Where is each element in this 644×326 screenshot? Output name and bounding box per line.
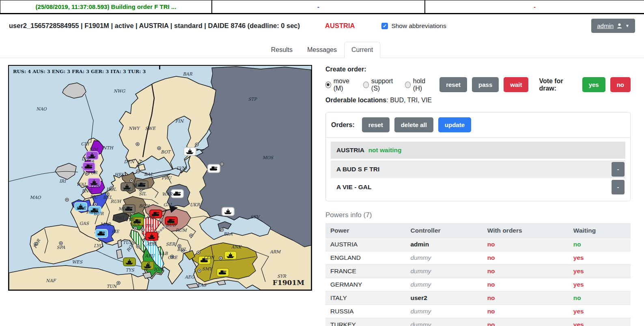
radio-move[interactable]: move (M) — [325, 78, 356, 92]
map-label-ven: VEN — [130, 222, 140, 227]
show-abbreviations-checkbox[interactable]: ✓ — [381, 23, 388, 29]
map-label-lyo: LYO — [94, 243, 103, 248]
game-info: user2_1565728584955 | F1901M | active | … — [9, 22, 300, 30]
unit-army-lvp[interactable] — [83, 162, 95, 171]
tab-current[interactable]: Current — [344, 42, 380, 58]
map-label-spa: SPA — [57, 245, 65, 250]
user-menu-button[interactable]: admin ▼ — [591, 19, 635, 33]
unit-fleet-stp[interactable] — [184, 147, 196, 155]
map-label-eas: EAS — [197, 283, 207, 287]
map-label-mun: MUN — [118, 206, 131, 211]
map-label-wes: WES — [72, 259, 82, 264]
user-menu-username: admin — [597, 22, 614, 29]
waiting: yes — [569, 265, 631, 278]
map-label-bal: BAL — [144, 172, 153, 177]
table-row: RUSSIAdummynoyes — [325, 305, 631, 318]
with-orders: no — [482, 265, 569, 278]
map-label-tri: TRI — [145, 223, 153, 228]
unit-army-mos[interactable] — [208, 164, 220, 173]
map-label-yor: YOR — [88, 170, 98, 175]
power-name: ITALY — [325, 291, 405, 305]
unit-army-smy[interactable] — [217, 268, 229, 276]
map-label-naf: NAF — [46, 278, 56, 283]
orderable-locations-label: Orderable locations — [325, 97, 386, 104]
controller: dummy — [405, 265, 482, 278]
diplomacy-map[interactable]: NAONWGBARSTPFINNWYSWEBOTMOSNTHLVNPRUIRIC… — [9, 66, 311, 290]
remove-order-button[interactable]: - — [612, 180, 625, 194]
wait-button[interactable]: wait — [504, 77, 528, 92]
unit-fleet-sev[interactable] — [222, 207, 234, 216]
map-label-con: CON — [204, 255, 215, 260]
power-name: ENGLAND — [325, 251, 405, 265]
vote-no-button[interactable]: no — [610, 77, 631, 92]
powers-info-heading: Powers info (7) — [325, 211, 631, 219]
current-power-label: AUSTRIA — [325, 22, 355, 30]
radio-label: move (M) — [334, 78, 356, 92]
status-cell-2: - — [212, 0, 425, 13]
map-label-hel: HEL — [114, 172, 125, 177]
map-label-swi: SWI — [115, 216, 125, 220]
radio-support[interactable]: support (S) — [363, 78, 398, 92]
radio-hold[interactable]: hold (H) — [405, 78, 432, 92]
map-label-nth: NTH — [103, 145, 114, 150]
orders-delete-all-button[interactable]: delete all — [394, 117, 433, 132]
radio-dot — [363, 82, 369, 88]
map-label-vie: VIE — [146, 215, 155, 220]
with-orders: no — [482, 278, 569, 291]
create-order-title: Create order: — [325, 66, 631, 73]
column-header-power: Power — [325, 224, 405, 238]
power-status-text: not waiting — [368, 147, 402, 153]
map-label-den: DEN — [124, 159, 135, 164]
waiting: yes — [569, 305, 631, 318]
map-label-ank: ANK — [231, 244, 242, 249]
order-row: A VIE - GAL- — [331, 178, 625, 196]
map-label-bud: BUD — [166, 222, 177, 227]
with-orders: no — [482, 291, 569, 305]
map-label-nwg: NWG — [114, 89, 126, 93]
tab-results[interactable]: Results — [264, 42, 300, 58]
map-label-tun: TUN — [106, 284, 117, 289]
orders-reset-button[interactable]: reset — [362, 117, 390, 132]
power-name: RUSSIA — [325, 305, 405, 318]
map-label-cly: CLY — [81, 141, 90, 146]
map-label-boh: BOH — [139, 203, 150, 208]
unit-fleet-tri[interactable] — [146, 232, 158, 240]
table-row: TURKEYdummynoyes — [325, 318, 631, 326]
order-type-radio-group: move (M)support (S)hold (H) — [325, 78, 432, 92]
map-label-bur: BUR — [94, 211, 104, 216]
map-label-gas: GAS — [79, 221, 89, 226]
map-label-bot: BOT — [161, 149, 171, 154]
column-header-waiting: Waiting — [569, 224, 631, 238]
waiting: yes — [569, 251, 631, 265]
power-status-row: AUSTRIA not waiting — [331, 142, 625, 159]
map-label-alb: ALB — [158, 251, 168, 256]
table-row: GERMANYdummynoyes — [325, 278, 631, 291]
controller: dummy — [405, 305, 482, 318]
orders-update-button[interactable]: update — [438, 117, 471, 132]
map-label-wal: WAL — [77, 182, 87, 187]
status-message: (25/08/2019, 11:37:08.593) Building orde… — [0, 0, 212, 13]
tab-messages[interactable]: Messages — [300, 42, 344, 58]
power-name: AUSTRIA — [325, 238, 405, 251]
map-label-aeg: AEG — [184, 274, 195, 279]
pass-button[interactable]: pass — [472, 77, 499, 92]
reset-button[interactable]: reset — [439, 77, 467, 92]
map-label-edi: EDI — [89, 147, 98, 152]
island-corsica — [118, 240, 122, 248]
unit-army-war[interactable] — [171, 190, 183, 198]
remove-order-button[interactable]: - — [612, 162, 625, 177]
vote-yes-button[interactable]: yes — [582, 77, 605, 92]
unit-army-mar[interactable] — [95, 229, 108, 237]
map-label-nwy: NWY — [129, 126, 140, 131]
table-row: FRANCEdummynoyes — [325, 265, 631, 278]
waiting: yes — [569, 278, 631, 291]
map-label-tys: TYS — [125, 268, 134, 272]
controller: dummy — [405, 278, 482, 291]
phase-label: F1901M — [273, 279, 304, 287]
unit-fleet-ank[interactable] — [224, 251, 237, 259]
show-abbreviations-label: Show abbreviations — [391, 22, 446, 30]
waiting: yes — [569, 318, 631, 326]
unit-fleet-tys[interactable] — [123, 258, 136, 266]
radio-dot — [325, 82, 331, 88]
check-icon: ✓ — [383, 23, 387, 29]
